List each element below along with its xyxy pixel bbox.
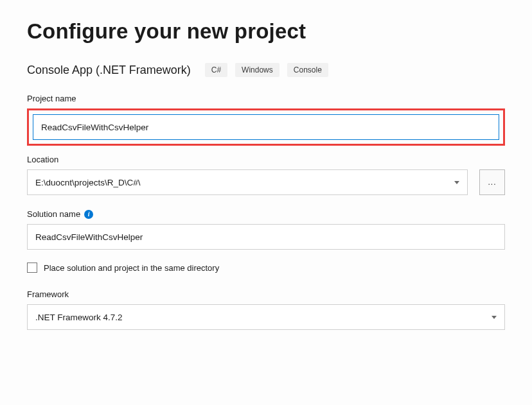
- project-name-section: Project name: [27, 94, 505, 146]
- solution-name-label-text: Solution name: [27, 209, 80, 219]
- chevron-down-icon: [492, 316, 497, 319]
- framework-value: .NET Framework 4.7.2: [35, 313, 486, 322]
- template-row: Console App (.NET Framework) C# Windows …: [27, 63, 505, 77]
- same-directory-label: Place solution and project in the same d…: [44, 263, 219, 273]
- same-directory-row: Place solution and project in the same d…: [27, 263, 505, 273]
- location-label: Location: [27, 155, 505, 164]
- page-title: Configure your new project: [27, 19, 505, 44]
- location-section: Location E:\duocnt\projects\R_D\C#\ ...: [27, 155, 505, 195]
- info-icon[interactable]: i: [84, 210, 93, 219]
- project-name-input[interactable]: [33, 114, 499, 140]
- template-name: Console App (.NET Framework): [27, 64, 191, 77]
- location-value: E:\duocnt\projects\R_D\C#\: [35, 178, 449, 187]
- solution-name-label: Solution name i: [27, 209, 505, 219]
- solution-name-input[interactable]: [27, 224, 505, 250]
- browse-button[interactable]: ...: [479, 169, 505, 195]
- framework-section: Framework .NET Framework 4.7.2: [27, 289, 505, 330]
- project-name-highlight: [27, 108, 505, 146]
- tag-platform: Windows: [235, 63, 279, 77]
- framework-label: Framework: [27, 289, 505, 299]
- solution-name-section: Solution name i: [27, 209, 505, 250]
- location-dropdown[interactable]: E:\duocnt\projects\R_D\C#\: [27, 169, 468, 195]
- chevron-down-icon: [454, 181, 459, 184]
- project-name-label: Project name: [27, 94, 505, 103]
- same-directory-checkbox[interactable]: [27, 263, 37, 273]
- framework-dropdown[interactable]: .NET Framework 4.7.2: [27, 304, 505, 330]
- tag-language: C#: [205, 63, 227, 77]
- tag-type: Console: [287, 63, 328, 77]
